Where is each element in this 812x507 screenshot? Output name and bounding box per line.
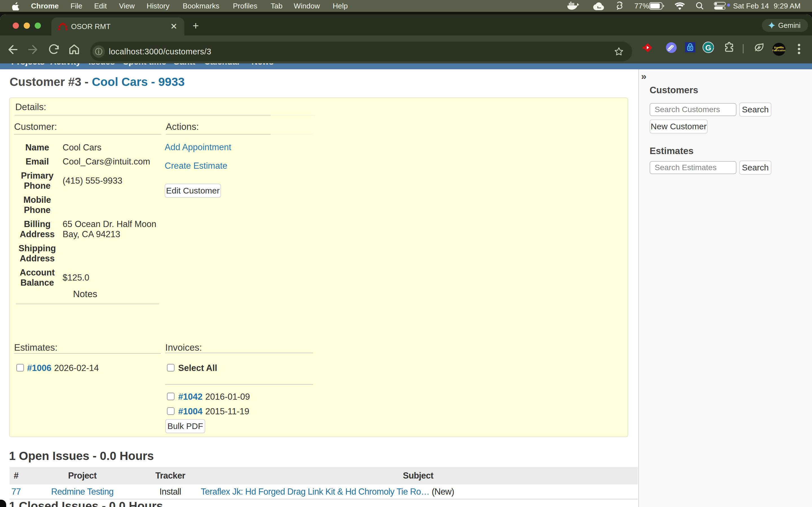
svg-text:G: G: [705, 44, 711, 52]
svg-text:Fabrication: Fabrication: [772, 49, 785, 52]
